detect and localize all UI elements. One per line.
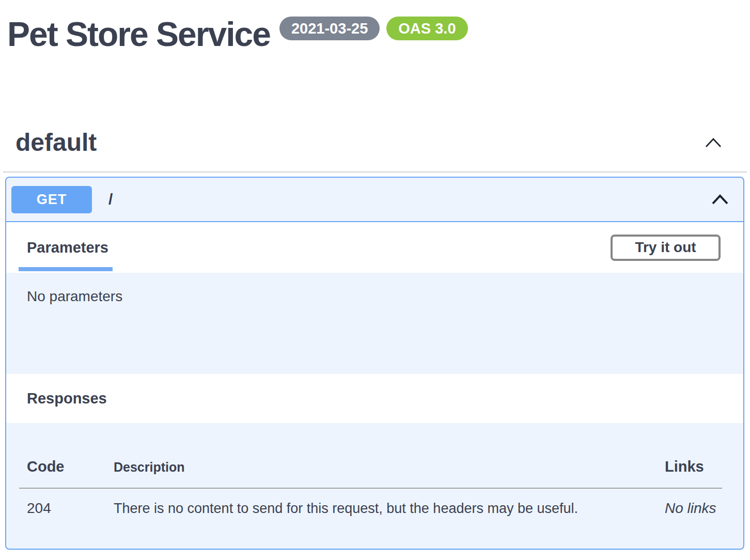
active-tab-underline [19,267,113,271]
response-code: 204 [19,500,106,517]
responses-header: Responses [6,374,743,423]
http-method-badge: GET [11,186,92,213]
page-title: Pet Store Service [7,14,270,54]
tag-collapse-button[interactable] [705,136,722,149]
tab-parameters[interactable]: Parameters [27,239,108,256]
table-row: 204 There is no content to send for this… [19,489,722,517]
response-description: There is no content to send for this req… [106,501,657,517]
responses-title: Responses [27,390,107,407]
no-parameters-message: No parameters [27,288,122,304]
try-it-out-button[interactable]: Try it out [611,235,721,261]
title-badges: 2021-03-25 OAS 3.0 [279,17,468,40]
column-header-links: Links [657,458,722,475]
parameters-body: No parameters [6,273,743,374]
tag-section-header-default[interactable]: default [3,54,747,173]
endpoint-path: / [108,191,711,208]
tag-section-title: default [15,129,97,156]
response-links: No links [657,500,722,517]
opblock-get-root: GET / Parameters Try it out No parameter… [5,177,744,550]
opblock-summary[interactable]: GET / [6,178,743,222]
responses-table: Code Description Links 204 There is no c… [6,423,743,549]
opblock-collapse-button[interactable] [711,193,729,206]
chevron-up-icon [711,193,729,206]
responses-table-header-row: Code Description Links [19,423,722,488]
column-header-description: Description [106,460,657,475]
api-header: Pet Store Service 2021-03-25 OAS 3.0 [0,0,750,54]
version-badge: 2021-03-25 [279,17,380,40]
chevron-up-icon [705,136,722,149]
column-header-code: Code [19,458,106,475]
oas-version-badge: OAS 3.0 [386,17,467,40]
parameters-header: Parameters Try it out [6,222,743,273]
